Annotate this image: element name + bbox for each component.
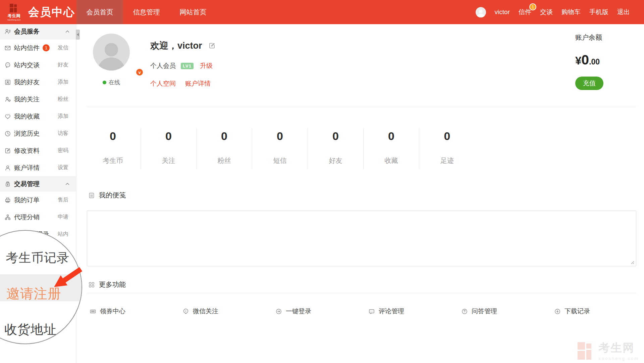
notes-textarea[interactable] xyxy=(87,211,636,266)
action-password[interactable]: 密码 xyxy=(58,147,68,154)
stat-value: 0 xyxy=(110,130,116,143)
stat-value: 0 xyxy=(277,130,283,143)
logo-name: 考生网 xyxy=(8,13,21,19)
grid-icon xyxy=(88,281,95,288)
stat-messages[interactable]: 0 短信 xyxy=(252,128,308,169)
section-title: 会员服务 xyxy=(14,27,40,36)
contact-card-icon xyxy=(4,79,11,86)
stat-favorites[interactable]: 0 收藏 xyxy=(364,128,419,169)
action-fans[interactable]: 粉丝 xyxy=(58,96,68,103)
profile-avatar[interactable] xyxy=(93,34,130,71)
sidebar-section-member-services[interactable]: 会员服务 xyxy=(0,24,76,39)
username[interactable]: victor xyxy=(495,8,510,16)
sidebar-item-messages[interactable]: 站内信件 1 发信 xyxy=(0,39,76,56)
amount-dec: .00 xyxy=(589,57,600,66)
stat-value: 0 xyxy=(388,130,394,143)
stat-coins[interactable]: 0 考生币 xyxy=(85,128,141,169)
sidebar-item-favorites[interactable]: 我的收藏 添加 xyxy=(0,108,76,125)
qa-management-item[interactable]: 问答管理 xyxy=(461,307,554,316)
amount-int: 0 xyxy=(581,52,589,67)
chat-link[interactable]: 交谈 xyxy=(540,8,553,16)
user-avatar[interactable] xyxy=(476,7,486,17)
tab-info-management[interactable]: 信息管理 xyxy=(123,0,170,24)
action-add-friend[interactable]: 添加 xyxy=(58,79,68,86)
magnified-shipping-address[interactable]: 收货地址 xyxy=(4,321,57,338)
watermark-domain: kaosheng.com xyxy=(598,356,639,361)
wechat-follow-item[interactable]: 微信关注 xyxy=(182,307,275,316)
item-label: 我的关注 xyxy=(14,95,40,104)
item-label: 站内信件 xyxy=(14,44,40,52)
arrow-circle-icon xyxy=(275,308,282,315)
upgrade-link[interactable]: 升级 xyxy=(200,61,213,70)
person-heart-icon xyxy=(4,96,11,103)
stat-label: 考生币 xyxy=(103,156,123,165)
recharge-button[interactable]: 充值 xyxy=(575,77,603,90)
unread-badge: 1 xyxy=(43,44,50,51)
sidebar-item-distribution[interactable]: 代理分销 申请 xyxy=(0,209,76,226)
balance-block: 账户余额 ¥0.00 充值 xyxy=(575,33,603,90)
logout-link[interactable]: 退出 xyxy=(617,8,630,16)
action-onsite[interactable]: 站内 xyxy=(58,231,68,238)
sidebar-item-account-details[interactable]: 账户详情 设置 xyxy=(0,159,76,176)
magnified-coin-records[interactable]: 考生币记录 xyxy=(6,249,69,266)
coupon-center-item[interactable]: 领券中心 xyxy=(90,307,182,316)
wechat-bubble-icon xyxy=(182,308,189,315)
stat-following[interactable]: 0 关注 xyxy=(141,128,197,169)
more-functions-row: 领券中心 微信关注 一键登录 评论管理 问答管理 下载记录 xyxy=(90,307,644,316)
sidebar-collapse-handle[interactable] xyxy=(76,30,80,40)
more-item-label: 微信关注 xyxy=(193,307,218,316)
more-item-label: 领券中心 xyxy=(100,307,125,316)
action-friends[interactable]: 好友 xyxy=(58,61,68,69)
site-logo[interactable]: 考生网 kaosheng.com xyxy=(5,4,23,21)
stat-footprints[interactable]: 0 足迹 xyxy=(419,128,475,169)
action-send-mail[interactable]: 发信 xyxy=(58,44,68,51)
comment-management-item[interactable]: 评论管理 xyxy=(368,307,461,316)
online-status: 在线 xyxy=(93,79,130,86)
logo-domain: kaosheng.com xyxy=(7,19,20,21)
action-add-favorite[interactable]: 添加 xyxy=(58,113,68,120)
mobile-version-link[interactable]: 手机版 xyxy=(589,8,608,16)
divider xyxy=(87,107,636,107)
action-settings[interactable]: 设置 xyxy=(58,164,68,171)
org-chart-icon xyxy=(4,214,11,221)
chevron-up-icon[interactable] xyxy=(64,28,71,35)
stat-friends[interactable]: 0 好友 xyxy=(308,128,364,169)
profile-info: 欢迎，victor 个人会员 LV1 升级 个人空间 账户详情 xyxy=(150,40,216,88)
sidebar-item-history[interactable]: 浏览历史 访客 xyxy=(0,125,76,142)
tab-member-home[interactable]: 会员首页 xyxy=(76,0,123,24)
mail-link[interactable]: 信件 1 xyxy=(519,8,531,16)
download-records-item[interactable]: 下载记录 xyxy=(554,307,644,316)
action-visitors[interactable]: 访客 xyxy=(58,130,68,137)
sidebar-section-trade-management[interactable]: 交易管理 xyxy=(0,176,76,191)
action-apply[interactable]: 申请 xyxy=(58,214,68,221)
item-label: 账户详情 xyxy=(14,164,40,172)
sidebar-item-chats[interactable]: 站内交谈 好友 xyxy=(0,56,76,74)
stat-label: 收藏 xyxy=(385,156,398,165)
personal-space-link[interactable]: 个人空间 xyxy=(150,79,176,88)
notepad-icon xyxy=(88,192,95,199)
edit-profile-icon[interactable] xyxy=(208,42,216,49)
more-item-label: 问答管理 xyxy=(472,307,497,316)
sidebar-item-edit-profile[interactable]: 修改资料 密码 xyxy=(0,142,76,159)
stat-value: 0 xyxy=(221,130,227,143)
sidebar-item-orders[interactable]: 我的订单 售后 xyxy=(0,191,76,209)
stat-fans[interactable]: 0 粉丝 xyxy=(197,128,252,169)
logo-icon xyxy=(10,4,18,12)
sidebar-item-friends[interactable]: 我的好友 添加 xyxy=(0,74,76,91)
coupon-icon xyxy=(90,308,96,315)
watermark-logo-icon xyxy=(578,342,595,360)
profile-avatar-block: v 在线 xyxy=(93,34,130,86)
stat-label: 关注 xyxy=(162,156,175,165)
cart-link[interactable]: 购物车 xyxy=(561,8,581,16)
one-click-login-item[interactable]: 一键登录 xyxy=(275,307,368,316)
tab-site-home[interactable]: 网站首页 xyxy=(170,0,216,24)
member-type: 个人会员 xyxy=(150,61,176,70)
chat-bubble-icon xyxy=(4,62,11,69)
online-label: 在线 xyxy=(109,79,120,86)
site-watermark: 考生网 kaosheng.com xyxy=(578,341,639,361)
sidebar-item-following[interactable]: 我的关注 粉丝 xyxy=(0,91,76,108)
mail-icon xyxy=(4,45,11,51)
action-after-sales[interactable]: 售后 xyxy=(58,196,68,203)
account-details-link[interactable]: 账户详情 xyxy=(185,79,211,88)
chevron-up-icon[interactable] xyxy=(64,181,71,187)
